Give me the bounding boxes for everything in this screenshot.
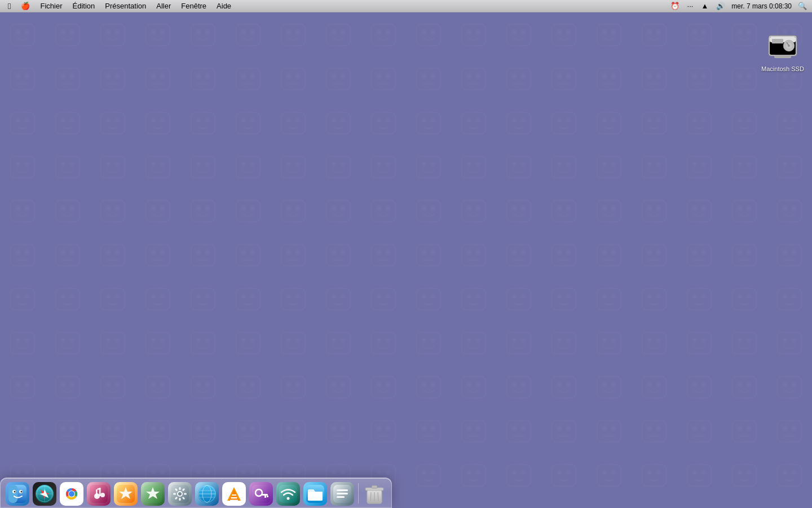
svg-point-315: [295, 206, 300, 211]
pattern-tile: [135, 56, 180, 100]
svg-point-606: [332, 382, 336, 387]
activity-monitor-icon[interactable]: ···: [686, 2, 695, 10]
pattern-tile: [722, 453, 767, 497]
finder-menu[interactable]: 🍎: [16, 1, 34, 11]
svg-point-819: [100, 493, 105, 497]
dock-trash[interactable]: [362, 481, 387, 506]
dock-1password[interactable]: [249, 481, 273, 506]
dock-iphoto[interactable]: [113, 481, 138, 506]
dock-chrome[interactable]: [59, 481, 84, 506]
svg-rect-101: [326, 68, 338, 90]
pattern-tile: [180, 365, 226, 409]
svg-point-650: [16, 426, 20, 431]
svg-point-78: [61, 74, 65, 78]
volume-icon[interactable]: 🔊: [714, 2, 727, 10]
svg-rect-701: [597, 421, 609, 442]
pattern-tile: [0, 321, 45, 365]
dock-vlc[interactable]: [222, 481, 246, 506]
pattern-tile: [767, 144, 812, 189]
pattern-tile: [541, 365, 586, 409]
pattern-tile: [45, 365, 90, 409]
edition-menu[interactable]: Édition: [68, 1, 100, 11]
aide-menu[interactable]: Aide: [212, 1, 236, 11]
dock-syspref[interactable]: [167, 481, 192, 506]
svg-rect-385: [281, 244, 293, 266]
svg-rect-313: [281, 200, 293, 222]
search-icon[interactable]: 🔍: [796, 2, 809, 10]
svg-point-411: [566, 250, 571, 255]
svg-point-390: [332, 250, 336, 255]
svg-rect-81: [101, 68, 113, 90]
svg-point-598: [241, 382, 246, 387]
pattern-tile: [632, 100, 677, 144]
dock-reeder[interactable]: [140, 481, 165, 506]
svg-rect-437: [56, 288, 68, 310]
svg-rect-217: [11, 156, 23, 178]
svg-point-578: [16, 382, 20, 387]
pattern-tile: [180, 321, 226, 365]
macintosh-ssd-icon[interactable]: Macintosh SSD: [760, 28, 805, 73]
svg-rect-465: [372, 288, 383, 310]
pattern-tile: [0, 189, 45, 233]
dock-wifi-diag[interactable]: [276, 481, 301, 506]
wifi-status-icon[interactable]: ▲: [699, 2, 710, 10]
svg-point-502: [783, 294, 787, 299]
svg-point-478: [512, 294, 517, 299]
pattern-tile: [316, 409, 361, 453]
svg-point-314: [286, 206, 291, 211]
dock-itunes[interactable]: [86, 481, 111, 506]
svg-point-67: [747, 30, 751, 34]
pattern-tile: [316, 144, 361, 189]
svg-rect-569: [732, 332, 744, 354]
svg-point-155: [115, 118, 120, 122]
pattern-tile: [677, 144, 722, 189]
dock-folder[interactable]: [303, 481, 328, 506]
svg-rect-393: [372, 244, 383, 266]
pattern-tile: [496, 453, 541, 497]
dock-finder[interactable]: [5, 481, 30, 506]
svg-point-491: [656, 294, 661, 299]
dock-safari[interactable]: [32, 481, 57, 506]
aller-menu[interactable]: Aller: [152, 1, 175, 11]
svg-point-554: [557, 338, 562, 343]
svg-point-174: [332, 118, 336, 122]
svg-rect-389: [326, 244, 338, 266]
time-machine-icon[interactable]: ⏰: [669, 2, 681, 10]
svg-rect-373: [146, 244, 158, 266]
svg-rect-161: [191, 112, 203, 134]
svg-point-310: [241, 206, 246, 211]
pattern-tile: [406, 277, 451, 321]
pattern-tile: [90, 409, 135, 453]
svg-point-470: [422, 294, 426, 299]
svg-point-639: [701, 382, 706, 387]
svg-rect-553: [552, 332, 564, 354]
svg-point-58: [647, 30, 652, 34]
svg-point-282: [738, 162, 742, 167]
presentation-menu[interactable]: Présentation: [100, 1, 151, 11]
svg-rect-121: [552, 68, 564, 90]
svg-rect-241: [281, 156, 293, 178]
svg-point-327: [431, 206, 435, 211]
svg-point-646: [783, 382, 787, 387]
pattern-tile: [45, 189, 90, 233]
svg-rect-201: [642, 112, 654, 134]
fichier-menu[interactable]: Fichier: [36, 1, 67, 11]
svg-point-466: [377, 294, 381, 299]
svg-rect-565: [687, 332, 699, 354]
dock-network[interactable]: [195, 481, 219, 506]
svg-point-623: [521, 382, 526, 387]
svg-point-678: [332, 426, 336, 431]
svg-point-667: [205, 426, 210, 431]
svg-point-687: [431, 426, 435, 431]
svg-rect-289: [11, 200, 23, 222]
fenetre-menu[interactable]: Fenêtre: [176, 1, 211, 11]
svg-point-14: [151, 30, 156, 34]
apple-menu[interactable]: : [3, 1, 15, 11]
pattern-tile: [586, 277, 632, 321]
svg-rect-621: [507, 376, 519, 398]
svg-rect-49: [552, 24, 564, 46]
svg-point-347: [656, 206, 661, 211]
pattern-tile: [767, 365, 812, 409]
dock-app[interactable]: [330, 481, 355, 506]
svg-point-26: [286, 30, 291, 34]
